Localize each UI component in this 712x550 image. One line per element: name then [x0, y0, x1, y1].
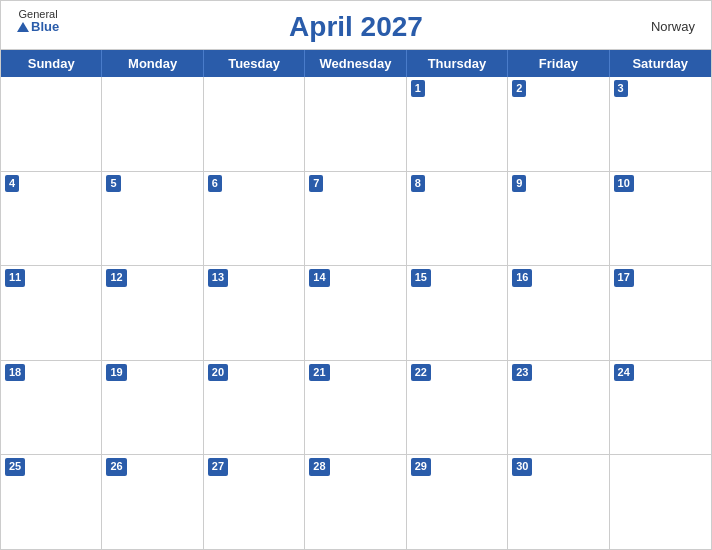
- week-row-1: 123: [1, 77, 711, 172]
- day-number: 27: [208, 458, 228, 475]
- day-cell: 4: [1, 172, 102, 266]
- day-number: 28: [309, 458, 329, 475]
- day-number: 11: [5, 269, 25, 286]
- day-cell: 12: [102, 266, 203, 360]
- week-row-2: 45678910: [1, 172, 711, 267]
- day-number: 29: [411, 458, 431, 475]
- day-cell: 8: [407, 172, 508, 266]
- day-number: 23: [512, 364, 532, 381]
- calendar-container: General Blue April 2027 Norway SundayMon…: [0, 0, 712, 550]
- day-number: 2: [512, 80, 526, 97]
- day-number: 17: [614, 269, 634, 286]
- day-cell: 14: [305, 266, 406, 360]
- logo: General Blue: [17, 9, 59, 33]
- day-number: 7: [309, 175, 323, 192]
- day-cell: 28: [305, 455, 406, 549]
- day-number: 14: [309, 269, 329, 286]
- day-cell: [610, 455, 711, 549]
- calendar-header: General Blue April 2027 Norway: [1, 1, 711, 49]
- day-cell: 13: [204, 266, 305, 360]
- day-cell: 11: [1, 266, 102, 360]
- day-header-friday: Friday: [508, 50, 609, 77]
- country-label: Norway: [651, 19, 695, 34]
- day-number: 15: [411, 269, 431, 286]
- day-number: 13: [208, 269, 228, 286]
- day-cell: 15: [407, 266, 508, 360]
- day-header-saturday: Saturday: [610, 50, 711, 77]
- day-header-monday: Monday: [102, 50, 203, 77]
- day-number: 9: [512, 175, 526, 192]
- week-row-5: 252627282930: [1, 455, 711, 549]
- weeks-container: 1234567891011121314151617181920212223242…: [1, 77, 711, 549]
- day-number: 12: [106, 269, 126, 286]
- day-header-sunday: Sunday: [1, 50, 102, 77]
- week-row-4: 18192021222324: [1, 361, 711, 456]
- day-cell: 30: [508, 455, 609, 549]
- week-row-3: 11121314151617: [1, 266, 711, 361]
- day-header-wednesday: Wednesday: [305, 50, 406, 77]
- day-number: 6: [208, 175, 222, 192]
- day-cell: 17: [610, 266, 711, 360]
- day-number: 5: [106, 175, 120, 192]
- day-number: 20: [208, 364, 228, 381]
- day-cell: 9: [508, 172, 609, 266]
- day-number: 3: [614, 80, 628, 97]
- day-cell: 6: [204, 172, 305, 266]
- day-number: 10: [614, 175, 634, 192]
- day-cell: 2: [508, 77, 609, 171]
- day-cell: 29: [407, 455, 508, 549]
- day-cell: [204, 77, 305, 171]
- calendar-grid: SundayMondayTuesdayWednesdayThursdayFrid…: [1, 49, 711, 549]
- day-number: 19: [106, 364, 126, 381]
- day-number: 21: [309, 364, 329, 381]
- day-number: 8: [411, 175, 425, 192]
- day-number: 30: [512, 458, 532, 475]
- day-number: 16: [512, 269, 532, 286]
- day-cell: 24: [610, 361, 711, 455]
- day-cell: 27: [204, 455, 305, 549]
- calendar-title: April 2027: [289, 11, 423, 43]
- day-number: 25: [5, 458, 25, 475]
- day-cell: 1: [407, 77, 508, 171]
- day-cell: 18: [1, 361, 102, 455]
- day-cell: [102, 77, 203, 171]
- day-cell: 19: [102, 361, 203, 455]
- day-cell: 21: [305, 361, 406, 455]
- day-number: 24: [614, 364, 634, 381]
- day-header-tuesday: Tuesday: [204, 50, 305, 77]
- day-number: 4: [5, 175, 19, 192]
- day-cell: [1, 77, 102, 171]
- day-cell: 26: [102, 455, 203, 549]
- day-number: 26: [106, 458, 126, 475]
- day-headers-row: SundayMondayTuesdayWednesdayThursdayFrid…: [1, 50, 711, 77]
- day-number: 18: [5, 364, 25, 381]
- day-cell: 22: [407, 361, 508, 455]
- day-cell: 23: [508, 361, 609, 455]
- logo-triangle-icon: [17, 22, 29, 32]
- day-cell: 5: [102, 172, 203, 266]
- day-cell: [305, 77, 406, 171]
- day-cell: 20: [204, 361, 305, 455]
- day-header-thursday: Thursday: [407, 50, 508, 77]
- day-cell: 16: [508, 266, 609, 360]
- day-cell: 10: [610, 172, 711, 266]
- logo-blue-text: Blue: [17, 20, 59, 33]
- day-number: 22: [411, 364, 431, 381]
- day-cell: 25: [1, 455, 102, 549]
- day-cell: 3: [610, 77, 711, 171]
- day-number: 1: [411, 80, 425, 97]
- day-cell: 7: [305, 172, 406, 266]
